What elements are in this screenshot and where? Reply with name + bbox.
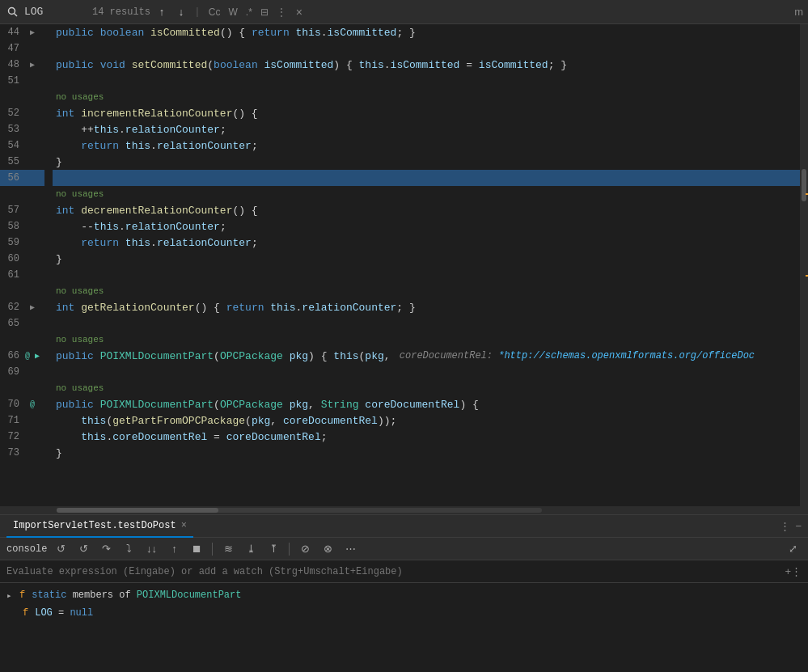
param-name: pkg: [290, 350, 308, 362]
h-scrollbar-thumb[interactable]: [57, 508, 218, 513]
line-row: 69: [0, 364, 44, 380]
no-usages-label: no usages: [56, 189, 104, 199]
punct: (: [207, 59, 214, 71]
search-close-button[interactable]: ×: [296, 6, 302, 19]
this-keyword: this: [270, 302, 295, 314]
line-number: 57: [0, 205, 24, 216]
fold-arrow[interactable]: ▶: [24, 60, 40, 70]
keyword-static: static: [32, 590, 72, 601]
line-row: 73: [0, 445, 44, 461]
case-sensitive-button[interactable]: Cc: [205, 5, 224, 19]
show-frames-button[interactable]: ≋: [219, 540, 237, 558]
search-bar: LOG 14 results ↑ ↓ | Cc W .* ⊟ ⋮ × m: [0, 0, 808, 24]
console-settings-button[interactable]: ⋯: [341, 540, 359, 558]
punct: ,: [308, 399, 321, 411]
keyword: return: [81, 140, 119, 152]
code-text: [258, 59, 264, 71]
force-step-into-button[interactable]: ⤵: [120, 540, 137, 558]
type-name: POIXMLDocumentPart: [100, 399, 214, 411]
param-name: coreDocumentRel: [226, 431, 321, 443]
this-keyword: this: [359, 59, 384, 71]
annotation-icon[interactable]: @: [24, 400, 40, 409]
code-text: [264, 302, 270, 314]
regex-button[interactable]: .*: [243, 5, 256, 19]
line-number: 73: [0, 447, 24, 459]
more-actions-button[interactable]: ⋮: [780, 520, 790, 532]
dump-button[interactable]: ⤓: [242, 540, 260, 558]
step-into-button[interactable]: ↓↓: [142, 540, 160, 558]
clear-button[interactable]: ⊘: [296, 540, 314, 558]
code-line-51: [53, 73, 800, 89]
console-label: console: [6, 543, 47, 555]
punct: ,: [270, 415, 283, 427]
punct: .: [150, 237, 157, 249]
line-number: 56: [0, 172, 24, 184]
tree-root-label: static members of POIXMLDocumentPart: [32, 590, 241, 601]
add-watch-button[interactable]: +: [785, 565, 791, 577]
right-panel-button[interactable]: m: [794, 6, 803, 18]
type-name: POIXMLDocumentPart: [100, 350, 214, 362]
more-options-button[interactable]: ⋮: [273, 5, 290, 19]
editor-scrollbar[interactable]: [800, 24, 808, 506]
step-over-button[interactable]: ↷: [97, 540, 115, 558]
var-name: LOG: [35, 607, 53, 619]
punct: ));: [378, 415, 396, 427]
no-usages-label: no usages: [56, 286, 104, 296]
code-line-48: public void setCommitted ( boolean isCom…: [53, 57, 800, 73]
panel-tab-close-icon[interactable]: ×: [181, 520, 187, 531]
stop-button[interactable]: ⏹: [188, 540, 205, 558]
tree-expand-arrow[interactable]: ▸: [6, 590, 16, 601]
code-text: [74, 205, 81, 217]
line-row: 47: [0, 40, 44, 57]
param-name: coreDocumentRel: [283, 415, 378, 427]
step-out-button[interactable]: ↑: [165, 540, 183, 558]
line-row: 57: [0, 202, 44, 218]
svg-point-0: [9, 7, 15, 14]
watch-expression-input[interactable]: [6, 566, 785, 577]
keyword: boolean: [214, 59, 258, 71]
fold-arrow[interactable]: ▶: [24, 27, 40, 37]
tree-root-item[interactable]: ▸ f static members of POIXMLDocumentPart: [6, 586, 802, 604]
keyword-int: int: [56, 205, 74, 217]
search-icon[interactable]: [5, 4, 21, 20]
line-number: 71: [0, 415, 24, 426]
line-row: 44 ▶: [0, 24, 44, 40]
punct: ) {: [308, 350, 333, 362]
code-text: [119, 237, 125, 249]
resume-debug-button[interactable]: ↺: [74, 540, 92, 558]
restore-button[interactable]: ⤒: [264, 540, 282, 558]
punct: ;: [220, 124, 226, 136]
scrollbar-thumb[interactable]: [802, 169, 806, 201]
minimize-button[interactable]: −: [795, 520, 802, 532]
method-name: incrementRelationCounter: [81, 108, 232, 120]
watch-settings-button[interactable]: ⋮: [791, 565, 802, 577]
keyword-boolean: boolean: [100, 27, 145, 39]
horizontal-scrollbar[interactable]: [0, 506, 808, 514]
punct: ; }: [396, 27, 415, 39]
line-row: 53: [0, 121, 44, 137]
search-input[interactable]: LOG: [24, 6, 89, 18]
rerun-button[interactable]: ↺: [52, 540, 70, 558]
bottom-panel: ImportServletTest.testDoPost × ⋮ − conso…: [0, 514, 808, 672]
toolbar-separator-2: [289, 543, 290, 556]
panel-tab-active[interactable]: ImportServletTest.testDoPost ×: [6, 515, 193, 538]
annotation-row: [0, 332, 44, 348]
this-keyword: this: [125, 140, 150, 152]
search-prev-button[interactable]: ↑: [154, 4, 170, 20]
code-content: public boolean isCommitted () { return t…: [53, 24, 800, 506]
code-line-52: int incrementRelationCounter () {: [53, 105, 800, 121]
filter-button[interactable]: ⊟: [257, 5, 272, 19]
punct: .: [321, 27, 328, 39]
maximize-panel-button[interactable]: ⤢: [784, 540, 802, 558]
code-text: [119, 140, 125, 152]
annotation-icon[interactable]: @ ▶: [24, 351, 40, 361]
whole-word-button[interactable]: W: [226, 5, 241, 19]
punct: .: [119, 124, 125, 136]
filter-console-button[interactable]: ⊗: [319, 540, 336, 558]
tree-child-item[interactable]: f LOG = null: [6, 604, 802, 622]
search-next-button[interactable]: ↓: [173, 4, 189, 20]
annotation-line-3: no usages: [53, 283, 800, 299]
this-keyword: this: [81, 431, 106, 443]
fold-arrow[interactable]: ▶: [24, 302, 40, 312]
param-name: isCommitted: [264, 59, 334, 71]
